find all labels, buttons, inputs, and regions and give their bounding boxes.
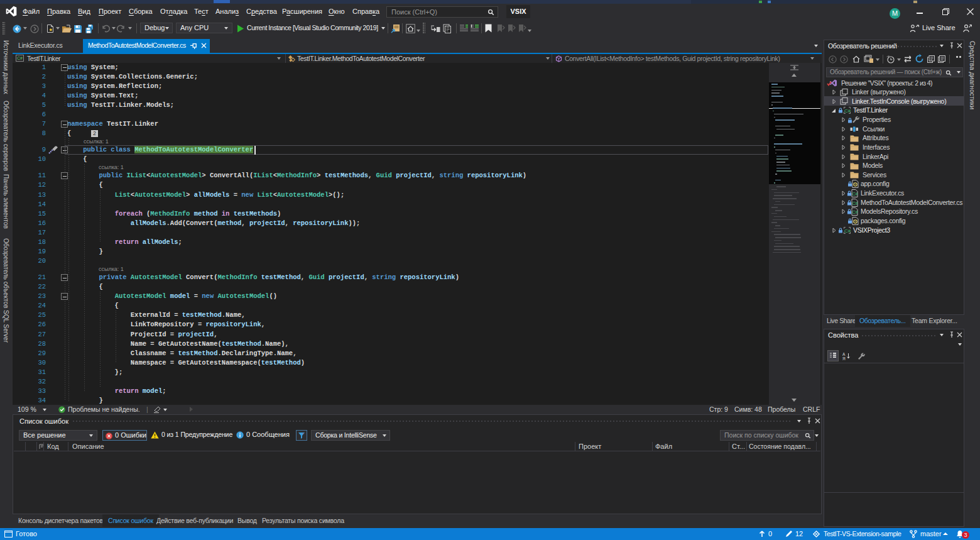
svg-text:C#: C# — [852, 201, 858, 206]
svg-text:Я: Я — [842, 356, 846, 360]
svg-text:C#: C# — [844, 108, 851, 114]
svg-text:А: А — [842, 352, 846, 356]
svg-text:C#: C# — [852, 210, 858, 214]
svg-text:C#: C# — [852, 192, 858, 196]
svg-text:C#: C# — [844, 228, 851, 233]
